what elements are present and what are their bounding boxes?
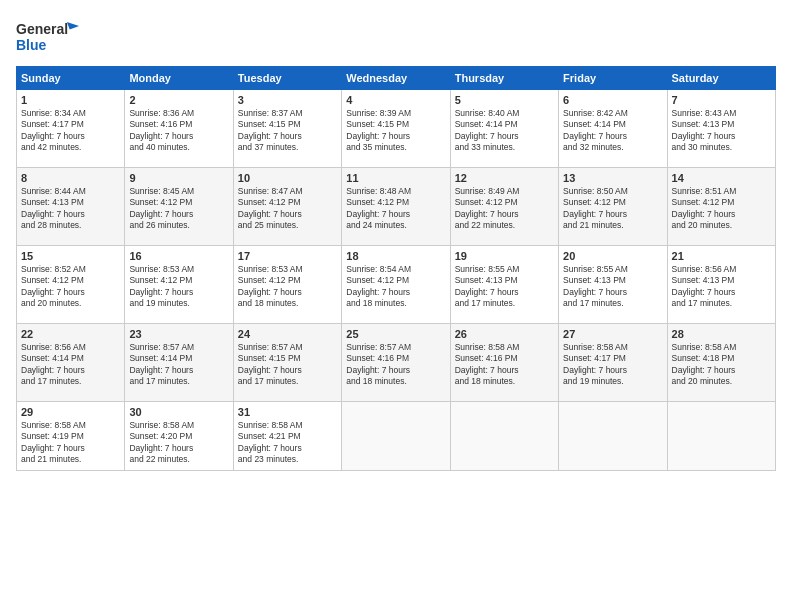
column-header-thursday: Thursday [450, 67, 558, 90]
calendar-cell: 18Sunrise: 8:54 AM Sunset: 4:12 PM Dayli… [342, 246, 450, 324]
calendar-cell: 12Sunrise: 8:49 AM Sunset: 4:12 PM Dayli… [450, 168, 558, 246]
day-info: Sunrise: 8:45 AM Sunset: 4:12 PM Dayligh… [129, 186, 228, 232]
day-number: 25 [346, 328, 445, 340]
calendar-header-row: SundayMondayTuesdayWednesdayThursdayFrid… [17, 67, 776, 90]
day-number: 9 [129, 172, 228, 184]
day-info: Sunrise: 8:37 AM Sunset: 4:15 PM Dayligh… [238, 108, 337, 154]
day-number: 16 [129, 250, 228, 262]
calendar-cell: 29Sunrise: 8:58 AM Sunset: 4:19 PM Dayli… [17, 402, 125, 471]
day-number: 27 [563, 328, 662, 340]
calendar-cell: 9Sunrise: 8:45 AM Sunset: 4:12 PM Daylig… [125, 168, 233, 246]
calendar-cell: 4Sunrise: 8:39 AM Sunset: 4:15 PM Daylig… [342, 90, 450, 168]
week-row-3: 15Sunrise: 8:52 AM Sunset: 4:12 PM Dayli… [17, 246, 776, 324]
column-header-sunday: Sunday [17, 67, 125, 90]
calendar-cell [667, 402, 775, 471]
calendar-cell: 25Sunrise: 8:57 AM Sunset: 4:16 PM Dayli… [342, 324, 450, 402]
day-number: 15 [21, 250, 120, 262]
day-info: Sunrise: 8:56 AM Sunset: 4:13 PM Dayligh… [672, 264, 771, 310]
day-number: 28 [672, 328, 771, 340]
day-info: Sunrise: 8:58 AM Sunset: 4:16 PM Dayligh… [455, 342, 554, 388]
day-number: 4 [346, 94, 445, 106]
day-info: Sunrise: 8:53 AM Sunset: 4:12 PM Dayligh… [238, 264, 337, 310]
calendar-cell: 16Sunrise: 8:53 AM Sunset: 4:12 PM Dayli… [125, 246, 233, 324]
logo-svg: General Blue [16, 16, 86, 56]
column-header-tuesday: Tuesday [233, 67, 341, 90]
day-number: 8 [21, 172, 120, 184]
calendar-table: SundayMondayTuesdayWednesdayThursdayFrid… [16, 66, 776, 471]
day-info: Sunrise: 8:55 AM Sunset: 4:13 PM Dayligh… [563, 264, 662, 310]
week-row-1: 1Sunrise: 8:34 AM Sunset: 4:17 PM Daylig… [17, 90, 776, 168]
calendar-cell: 15Sunrise: 8:52 AM Sunset: 4:12 PM Dayli… [17, 246, 125, 324]
calendar-cell: 13Sunrise: 8:50 AM Sunset: 4:12 PM Dayli… [559, 168, 667, 246]
day-info: Sunrise: 8:34 AM Sunset: 4:17 PM Dayligh… [21, 108, 120, 154]
calendar-cell: 11Sunrise: 8:48 AM Sunset: 4:12 PM Dayli… [342, 168, 450, 246]
svg-text:General: General [16, 21, 68, 37]
day-number: 13 [563, 172, 662, 184]
day-number: 21 [672, 250, 771, 262]
calendar-cell: 23Sunrise: 8:57 AM Sunset: 4:14 PM Dayli… [125, 324, 233, 402]
day-info: Sunrise: 8:57 AM Sunset: 4:16 PM Dayligh… [346, 342, 445, 388]
day-info: Sunrise: 8:58 AM Sunset: 4:21 PM Dayligh… [238, 420, 337, 466]
week-row-2: 8Sunrise: 8:44 AM Sunset: 4:13 PM Daylig… [17, 168, 776, 246]
day-info: Sunrise: 8:47 AM Sunset: 4:12 PM Dayligh… [238, 186, 337, 232]
day-number: 31 [238, 406, 337, 418]
day-info: Sunrise: 8:57 AM Sunset: 4:15 PM Dayligh… [238, 342, 337, 388]
day-number: 17 [238, 250, 337, 262]
day-number: 11 [346, 172, 445, 184]
day-number: 30 [129, 406, 228, 418]
day-number: 12 [455, 172, 554, 184]
calendar-cell: 2Sunrise: 8:36 AM Sunset: 4:16 PM Daylig… [125, 90, 233, 168]
calendar-cell: 14Sunrise: 8:51 AM Sunset: 4:12 PM Dayli… [667, 168, 775, 246]
day-info: Sunrise: 8:55 AM Sunset: 4:13 PM Dayligh… [455, 264, 554, 310]
week-row-4: 22Sunrise: 8:56 AM Sunset: 4:14 PM Dayli… [17, 324, 776, 402]
day-number: 7 [672, 94, 771, 106]
day-number: 20 [563, 250, 662, 262]
day-number: 3 [238, 94, 337, 106]
day-info: Sunrise: 8:44 AM Sunset: 4:13 PM Dayligh… [21, 186, 120, 232]
calendar-cell [559, 402, 667, 471]
calendar-cell: 21Sunrise: 8:56 AM Sunset: 4:13 PM Dayli… [667, 246, 775, 324]
day-info: Sunrise: 8:52 AM Sunset: 4:12 PM Dayligh… [21, 264, 120, 310]
day-number: 24 [238, 328, 337, 340]
calendar-cell: 3Sunrise: 8:37 AM Sunset: 4:15 PM Daylig… [233, 90, 341, 168]
calendar-cell [342, 402, 450, 471]
day-info: Sunrise: 8:48 AM Sunset: 4:12 PM Dayligh… [346, 186, 445, 232]
column-header-saturday: Saturday [667, 67, 775, 90]
day-number: 2 [129, 94, 228, 106]
calendar-cell: 26Sunrise: 8:58 AM Sunset: 4:16 PM Dayli… [450, 324, 558, 402]
calendar-cell: 8Sunrise: 8:44 AM Sunset: 4:13 PM Daylig… [17, 168, 125, 246]
day-info: Sunrise: 8:58 AM Sunset: 4:18 PM Dayligh… [672, 342, 771, 388]
svg-marker-2 [67, 19, 79, 30]
day-info: Sunrise: 8:49 AM Sunset: 4:12 PM Dayligh… [455, 186, 554, 232]
day-info: Sunrise: 8:58 AM Sunset: 4:17 PM Dayligh… [563, 342, 662, 388]
calendar-cell: 31Sunrise: 8:58 AM Sunset: 4:21 PM Dayli… [233, 402, 341, 471]
day-number: 14 [672, 172, 771, 184]
calendar-cell: 6Sunrise: 8:42 AM Sunset: 4:14 PM Daylig… [559, 90, 667, 168]
calendar-cell: 7Sunrise: 8:43 AM Sunset: 4:13 PM Daylig… [667, 90, 775, 168]
day-info: Sunrise: 8:54 AM Sunset: 4:12 PM Dayligh… [346, 264, 445, 310]
day-number: 19 [455, 250, 554, 262]
day-number: 23 [129, 328, 228, 340]
day-info: Sunrise: 8:51 AM Sunset: 4:12 PM Dayligh… [672, 186, 771, 232]
column-header-wednesday: Wednesday [342, 67, 450, 90]
calendar-cell: 17Sunrise: 8:53 AM Sunset: 4:12 PM Dayli… [233, 246, 341, 324]
logo: General Blue [16, 16, 86, 56]
day-info: Sunrise: 8:56 AM Sunset: 4:14 PM Dayligh… [21, 342, 120, 388]
column-header-friday: Friday [559, 67, 667, 90]
calendar-cell: 30Sunrise: 8:58 AM Sunset: 4:20 PM Dayli… [125, 402, 233, 471]
calendar-cell: 28Sunrise: 8:58 AM Sunset: 4:18 PM Dayli… [667, 324, 775, 402]
day-info: Sunrise: 8:36 AM Sunset: 4:16 PM Dayligh… [129, 108, 228, 154]
week-row-5: 29Sunrise: 8:58 AM Sunset: 4:19 PM Dayli… [17, 402, 776, 471]
calendar-cell: 19Sunrise: 8:55 AM Sunset: 4:13 PM Dayli… [450, 246, 558, 324]
calendar-cell: 24Sunrise: 8:57 AM Sunset: 4:15 PM Dayli… [233, 324, 341, 402]
day-number: 5 [455, 94, 554, 106]
day-info: Sunrise: 8:58 AM Sunset: 4:19 PM Dayligh… [21, 420, 120, 466]
calendar-cell [450, 402, 558, 471]
day-number: 22 [21, 328, 120, 340]
calendar-cell: 20Sunrise: 8:55 AM Sunset: 4:13 PM Dayli… [559, 246, 667, 324]
day-info: Sunrise: 8:50 AM Sunset: 4:12 PM Dayligh… [563, 186, 662, 232]
day-number: 26 [455, 328, 554, 340]
calendar-cell: 5Sunrise: 8:40 AM Sunset: 4:14 PM Daylig… [450, 90, 558, 168]
calendar-cell: 27Sunrise: 8:58 AM Sunset: 4:17 PM Dayli… [559, 324, 667, 402]
day-info: Sunrise: 8:57 AM Sunset: 4:14 PM Dayligh… [129, 342, 228, 388]
